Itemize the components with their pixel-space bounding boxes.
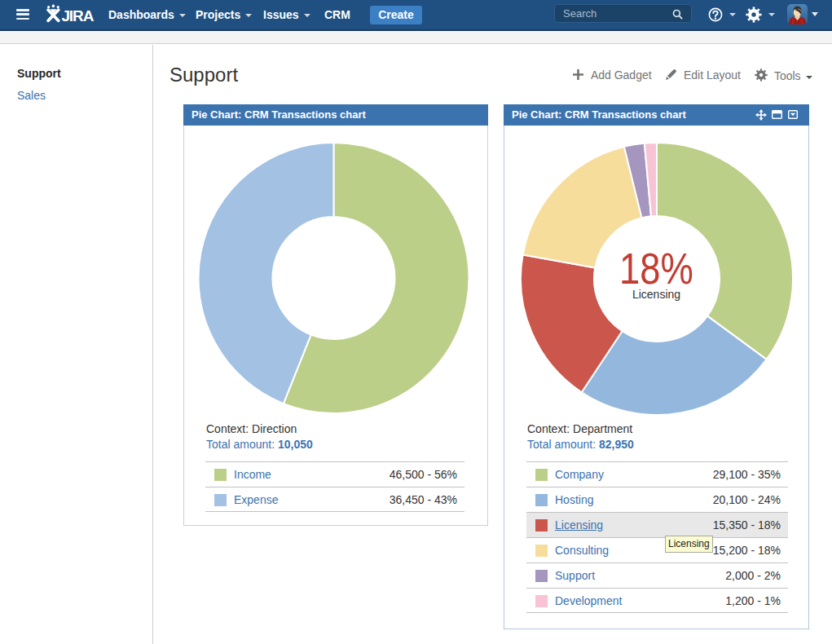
svg-text:JIRA: JIRA xyxy=(61,7,94,24)
